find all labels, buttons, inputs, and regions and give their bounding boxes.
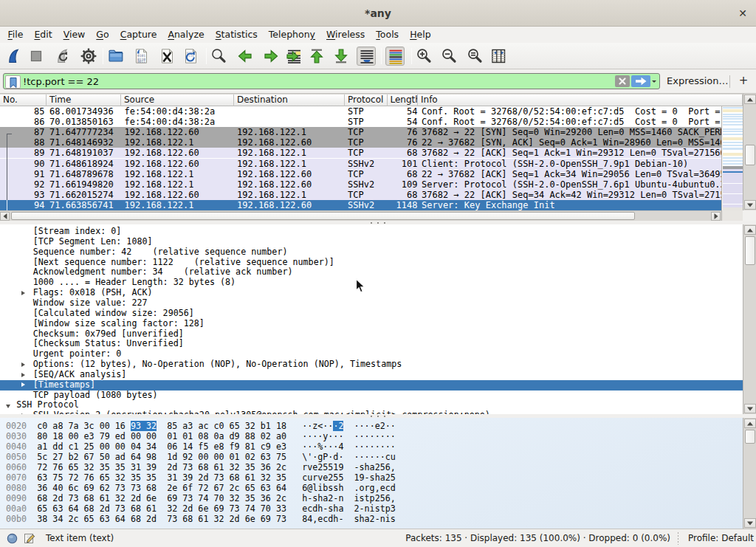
detail-line[interactable]: Window size value: 227	[0, 298, 743, 309]
status-profile[interactable]: Profile: Default	[688, 529, 754, 547]
packet-row-91[interactable]: 9171.648789678192.168.122.1192.168.122.6…	[0, 169, 721, 179]
display-filter-input[interactable]	[23, 74, 591, 89]
zoom-original-button[interactable]	[465, 47, 484, 66]
menu-wireless[interactable]: Wireless	[321, 27, 371, 42]
hex-vscrollbar[interactable]	[743, 418, 756, 529]
packet-row-88[interactable]: 8871.648146932192.168.122.1192.168.122.6…	[0, 137, 721, 148]
menu-statistics[interactable]: Statistics	[210, 27, 263, 42]
menu-telephony[interactable]: Telephony	[263, 27, 320, 42]
scroll-right-button[interactable]	[711, 212, 721, 221]
menu-file[interactable]: File	[2, 27, 29, 42]
expander-open-icon[interactable]	[6, 405, 10, 410]
column-header-time[interactable]: Time	[47, 94, 121, 106]
detail-line[interactable]: [Calculated window size: 29056]	[0, 309, 743, 319]
detail-line[interactable]: Options: (12 bytes), No-Operation (NOP),…	[0, 359, 743, 370]
filter-dropdown-caret[interactable]	[652, 74, 659, 89]
hex-row-0060[interactable]: 0060 72 76 65 32 35 35 31 39 2d 73 68 61…	[6, 462, 396, 472]
detail-line[interactable]: [TCP Segment Len: 1080]	[0, 237, 743, 247]
capture-comment-button[interactable]	[24, 532, 35, 544]
detail-line[interactable]: [SEQ/ACK analysis]	[0, 370, 743, 380]
detail-line[interactable]: SSH Protocol	[0, 400, 743, 410]
scroll-left-button[interactable]	[0, 212, 10, 221]
detail-line[interactable]: [Timestamps]	[0, 380, 743, 391]
zoom-out-button[interactable]	[439, 47, 458, 66]
expander-closed-icon[interactable]	[21, 382, 27, 387]
packet-row-86[interactable]: 8670.013850163fe:54:00:d4:38:2aSTP54Conf…	[0, 117, 721, 127]
hex-row-0030[interactable]: 0030 80 18 00 e3 79 ed 00 00 01 01 08 0a…	[6, 431, 396, 441]
auto-scroll-button[interactable]	[357, 47, 376, 66]
details-vscrollbar[interactable]	[743, 224, 756, 414]
hex-row-00a0[interactable]: 00a0 65 63 64 68 2d 73 68 61 32 2d 6e 69…	[6, 503, 396, 514]
packet-row-94[interactable]: 9471.663856741192.168.122.1192.168.122.6…	[0, 200, 721, 210]
column-header-protocol[interactable]: Protocol	[345, 94, 388, 106]
packet-row-92[interactable]: 9271.661949820192.168.122.1192.168.122.6…	[0, 179, 721, 190]
menu-analyze[interactable]: Analyze	[162, 27, 210, 42]
capture-options-button[interactable]	[79, 47, 98, 66]
hex-row-0020[interactable]: 0020 c0 a8 7a 3c 00 16 93 32 85 a3 ac c0…	[6, 421, 396, 431]
hex-row-0080[interactable]: 0080 36 40 6c 69 62 73 73 68 2e 6f 72 67…	[6, 483, 396, 493]
column-header-source[interactable]: Source	[121, 94, 234, 106]
menu-tools[interactable]: Tools	[371, 27, 405, 42]
zoom-in-button[interactable]	[414, 47, 433, 66]
go-back-button[interactable]	[236, 47, 255, 66]
expander-closed-icon[interactable]	[21, 362, 27, 367]
expander-closed-icon[interactable]	[21, 373, 27, 377]
hex-row-0040[interactable]: 0040 a1 dd c1 25 00 00 04 34 06 14 f5 e8…	[6, 441, 396, 452]
packet-list-hscrollbar[interactable]	[0, 210, 721, 221]
detail-line[interactable]: [Window size scaling factor: 128]	[0, 319, 743, 329]
detail-line[interactable]: Urgent pointer: 0	[0, 349, 743, 359]
packet-row-85[interactable]: 8568.001734936fe:54:00:d4:38:2aSTP54Conf…	[0, 106, 721, 117]
detail-line[interactable]: TCP payload (1080 bytes)	[0, 391, 743, 401]
hex-row-0070[interactable]: 0070 63 75 72 76 65 32 35 35 31 39 2d 73…	[6, 472, 396, 483]
scroll-thumb[interactable]	[745, 236, 755, 265]
detail-line[interactable]: Sequence number: 42 (relative sequence n…	[0, 247, 743, 258]
expert-info-button[interactable]	[7, 533, 18, 544]
detail-line[interactable]: [Next sequence number: 1122 (relative se…	[0, 258, 743, 268]
go-forward-button[interactable]	[261, 47, 281, 66]
detail-line[interactable]: [Stream index: 0]	[0, 227, 743, 237]
reload-file-button[interactable]: 01010110	[181, 47, 200, 66]
go-to-packet-button[interactable]	[284, 47, 303, 66]
menu-edit[interactable]: Edit	[29, 27, 58, 42]
close-button[interactable]: ✕	[735, 6, 750, 21]
resize-columns-button[interactable]	[489, 47, 508, 66]
detail-line[interactable]: Checksum: 0x79ed [unverified]	[0, 329, 743, 340]
scroll-thumb[interactable]	[745, 145, 755, 165]
scroll-down-button[interactable]	[744, 518, 756, 528]
scroll-up-button[interactable]	[744, 94, 756, 104]
close-file-button[interactable]	[157, 47, 176, 66]
open-file-button[interactable]	[106, 47, 126, 66]
scroll-up-button[interactable]	[744, 419, 756, 428]
hex-row-0090[interactable]: 0090 68 2d 73 68 61 32 2d 6e 69 73 74 70…	[6, 493, 396, 503]
filter-bookmark-button[interactable]	[5, 75, 21, 89]
column-header-length[interactable]: Length	[388, 94, 419, 106]
column-header-destination[interactable]: Destination	[234, 94, 345, 106]
start-capture-button[interactable]	[4, 47, 24, 66]
scroll-up-button[interactable]	[744, 225, 756, 235]
detail-line[interactable]: Acknowledgment number: 34 (relative ack …	[0, 267, 743, 278]
filter-apply-button[interactable]	[631, 75, 650, 87]
packet-row-89[interactable]: 8971.648191037192.168.122.60192.168.122.…	[0, 148, 721, 158]
expander-closed-icon[interactable]	[21, 291, 27, 295]
column-header-no[interactable]: No.	[0, 94, 47, 106]
detail-line[interactable]: Flags: 0x018 (PSH, ACK)	[0, 288, 743, 298]
hex-row-0050[interactable]: 0050 5c 27 b2 67 50 ad 64 98 1d 92 00 00…	[6, 452, 396, 462]
filter-clear-button[interactable]	[615, 75, 630, 87]
go-last-button[interactable]	[331, 47, 351, 66]
packet-row-90[interactable]: 9071.648618924192.168.122.60192.168.122.…	[0, 159, 721, 169]
packet-row-87[interactable]: 8771.647777234192.168.122.60192.168.122.…	[0, 127, 721, 137]
hex-row-00b0[interactable]: 00b0 38 34 2c 65 63 64 68 2d 73 68 61 32…	[6, 514, 396, 524]
column-header-info[interactable]: Info	[418, 94, 743, 106]
scroll-thumb[interactable]	[11, 212, 635, 220]
scroll-down-button[interactable]	[744, 404, 756, 413]
filter-add-button[interactable]: +	[737, 69, 750, 93]
menu-view[interactable]: View	[58, 27, 91, 42]
go-first-button[interactable]	[307, 47, 326, 66]
colorize-button[interactable]	[385, 47, 405, 66]
display-filter-field[interactable]	[3, 73, 660, 89]
detail-line[interactable]: 1000 .... = Header Length: 32 bytes (8)	[0, 278, 743, 288]
save-file-button[interactable]: 010101100011	[131, 47, 151, 66]
restart-capture-button[interactable]	[53, 47, 72, 66]
packet-row-93[interactable]: 9371.662015274192.168.122.60192.168.122.…	[0, 190, 721, 200]
scroll-down-button[interactable]	[744, 200, 756, 210]
